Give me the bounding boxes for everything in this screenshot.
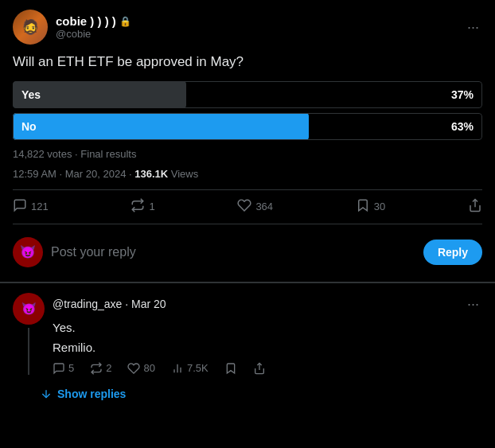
comment-retweet-action[interactable]: 2	[90, 362, 111, 375]
share-action[interactable]	[468, 198, 482, 216]
tweet-text: Will an ETH ETF be approved in May?	[13, 53, 482, 72]
poll-pct-yes: 37%	[451, 88, 474, 101]
comment-views-count: 7.5K	[187, 362, 209, 374]
comment-more-button[interactable]: ···	[464, 293, 482, 316]
poll-meta: 14,822 votes · Final results	[13, 148, 482, 160]
comment-text-1: Yes.	[53, 319, 482, 336]
views-label: Views	[171, 168, 198, 180]
retweet-count: 1	[149, 201, 154, 212]
timestamp-text: 12:59 AM · Mar 20, 2024	[13, 168, 126, 180]
comment-bookmark-action[interactable]	[224, 362, 237, 375]
retweet-action[interactable]: 1	[131, 198, 154, 216]
bookmark-action[interactable]: 30	[356, 198, 385, 216]
poll-status: Final results	[80, 148, 136, 160]
poll-votes: 14,822 votes	[13, 148, 72, 160]
poll-label-no: No	[21, 120, 474, 133]
comment-right: @trading_axe · Mar 20 ··· Yes. Remilio. …	[53, 293, 482, 375]
poll-pct-no: 63%	[451, 120, 474, 133]
comment-actions: 5 2 80 7.5K	[53, 362, 482, 375]
more-menu-button[interactable]: ···	[464, 16, 482, 39]
comment-avatar: 😈	[13, 293, 45, 325]
author-name: cobie ) ) ) )	[56, 14, 116, 28]
comment-date: Mar 20	[131, 298, 166, 310]
tweet-timestamp: 12:59 AM · Mar 20, 2024 · 136.1K Views	[13, 168, 482, 180]
tweet-header-left: 🧔 cobie ) ) ) ) 🔒 @cobie	[13, 10, 131, 45]
thread-line	[28, 328, 29, 375]
comment-like-count: 80	[143, 362, 154, 374]
show-replies-label: Show replies	[57, 388, 126, 400]
poll-label-yes: Yes	[21, 88, 474, 101]
comment-icon	[13, 198, 27, 216]
comment-header: @trading_axe · Mar 20 ···	[53, 293, 482, 316]
lock-icon: 🔒	[119, 16, 131, 27]
user-info: cobie ) ) ) ) 🔒 @cobie	[56, 14, 131, 40]
username: @cobie	[56, 28, 131, 40]
like-icon	[237, 198, 251, 216]
like-action[interactable]: 364	[237, 198, 273, 216]
reply-action[interactable]: 121	[13, 198, 49, 216]
comment-like-action[interactable]: 80	[127, 362, 154, 375]
poll-option-no: No 63%	[13, 113, 482, 140]
tweet: 🧔 cobie ) ) ) ) 🔒 @cobie ··· Will an ETH…	[0, 0, 495, 282]
tweet-actions: 121 1 364 30	[13, 189, 482, 224]
comment-text-2: Remilio.	[53, 339, 482, 356]
views-count: 136.1K	[134, 168, 168, 180]
comment-views-action[interactable]: 7.5K	[171, 362, 209, 375]
comment: 😈 @trading_axe · Mar 20 ··· Yes. Remilio…	[0, 283, 495, 384]
poll-option-yes: Yes 37%	[13, 81, 482, 108]
avatar: 🧔	[13, 10, 48, 45]
reply-avatar: 😈	[13, 237, 43, 267]
poll: Yes 37% No 63%	[13, 81, 482, 140]
like-count: 364	[255, 201, 273, 212]
comment-retweet-count: 2	[106, 362, 111, 374]
retweet-icon	[131, 198, 145, 216]
show-replies-button[interactable]: Show replies	[40, 388, 495, 407]
comment-user: @trading_axe · Mar 20	[53, 298, 166, 310]
bookmark-icon	[356, 198, 370, 216]
tweet-header: 🧔 cobie ) ) ) ) 🔒 @cobie ···	[13, 10, 482, 45]
comment-left: 😈	[13, 293, 45, 375]
share-icon	[468, 198, 482, 216]
reply-count: 121	[31, 201, 49, 212]
comment-username: @trading_axe	[53, 298, 122, 310]
bookmark-count: 30	[374, 201, 385, 212]
display-name: cobie ) ) ) ) 🔒	[56, 14, 131, 28]
reply-input[interactable]: Post your reply	[51, 245, 415, 259]
comment-reply-count: 5	[68, 362, 74, 374]
reply-button[interactable]: Reply	[423, 240, 482, 265]
reply-box: 😈 Post your reply Reply	[13, 232, 482, 272]
comment-reply-action[interactable]: 5	[53, 362, 74, 375]
comment-share-action[interactable]	[253, 362, 266, 375]
